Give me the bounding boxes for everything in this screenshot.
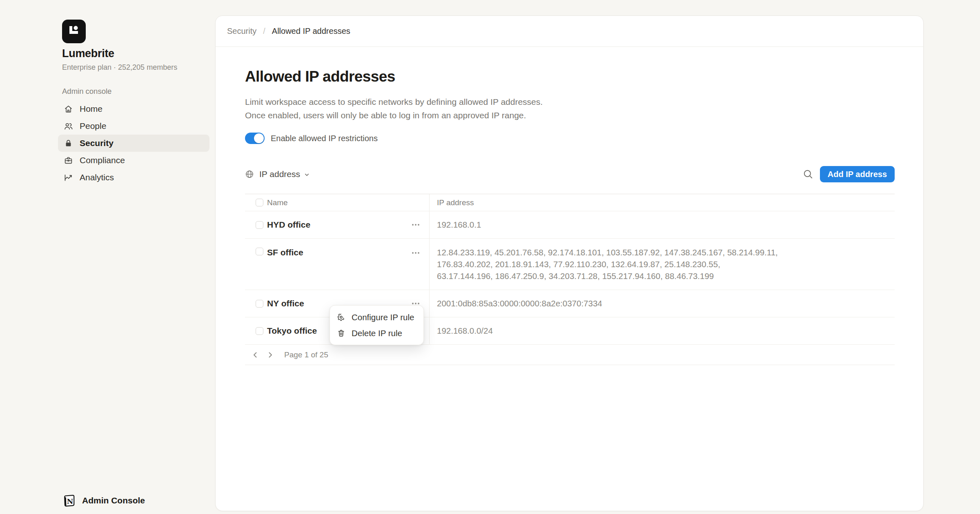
- rule-name: SF office: [267, 248, 303, 257]
- trash-icon: [337, 329, 345, 337]
- page-title: Allowed IP addresses: [245, 68, 895, 85]
- notion-logo-icon: N: [62, 494, 76, 507]
- chevron-right-icon[interactable]: [266, 350, 275, 359]
- gear-icon: [337, 313, 345, 321]
- chevron-left-icon[interactable]: [251, 350, 260, 359]
- select-all-checkbox[interactable]: [256, 199, 263, 206]
- page-description: Limit workspace access to specific netwo…: [245, 95, 895, 122]
- row-checkbox[interactable]: [256, 327, 263, 335]
- svg-text:N: N: [67, 497, 74, 505]
- people-icon: [64, 122, 73, 131]
- rule-name: Tokyo office: [267, 326, 317, 336]
- page-description-line2: Once enabled, users will only be able to…: [245, 109, 895, 122]
- sidebar: Lumebrite Enterprise plan · 252,205 memb…: [0, 0, 215, 514]
- home-icon: [64, 104, 73, 114]
- workspace-logo-icon[interactable]: [62, 20, 86, 43]
- workspace-name: Lumebrite: [62, 47, 114, 60]
- workspace-plan-info: Enterprise plan · 252,205 members: [62, 63, 177, 72]
- name-cell: SF office: [245, 239, 429, 290]
- sidebar-item-home[interactable]: Home: [58, 100, 209, 117]
- search-icon[interactable]: [803, 169, 813, 179]
- sidebar-item-label: People: [80, 121, 106, 131]
- table-toolbar: IP address Add IP address: [245, 165, 895, 183]
- page-indicator: Page 1 of 25: [284, 350, 328, 359]
- breadcrumb: Security / Allowed IP addresses: [216, 16, 923, 47]
- add-ip-address-button[interactable]: Add IP address: [820, 166, 895, 182]
- name-cell: HYD office: [245, 211, 429, 238]
- row-checkbox[interactable]: [256, 248, 263, 255]
- menu-item-delete-ip-rule[interactable]: Delete IP rule: [332, 325, 421, 341]
- sidebar-item-label: Security: [80, 138, 114, 148]
- ip-restrictions-toggle-row: Enable allowed IP restrictions: [245, 133, 895, 144]
- sidebar-item-analytics[interactable]: Analytics: [58, 169, 209, 186]
- sidebar-item-compliance[interactable]: Compliance: [58, 152, 209, 169]
- page-description-line1: Limit workspace access to specific netwo…: [245, 95, 895, 109]
- sidebar-nav: Home People Security: [58, 100, 209, 186]
- ip-list-line: 63.17.144.196, 186.47.250.9, 34.203.71.2…: [437, 270, 778, 282]
- name-header-cell: Name: [245, 194, 429, 211]
- breadcrumb-parent[interactable]: Security: [227, 27, 256, 36]
- ip-cell: 2001:0db8:85a3:0000:0000:8a2e:0370:7334: [429, 290, 895, 317]
- sidebar-item-label: Home: [80, 104, 102, 114]
- admin-console-footer-label: Admin Console: [82, 496, 145, 505]
- globe-icon: [245, 170, 254, 179]
- row-menu-icon[interactable]: [410, 248, 421, 258]
- toggle-knob: [254, 133, 264, 143]
- sidebar-item-people[interactable]: People: [58, 117, 209, 135]
- chart-icon: [64, 173, 73, 182]
- menu-item-configure-ip-rule[interactable]: Configure IP rule: [332, 309, 421, 325]
- breadcrumb-separator: /: [263, 27, 265, 36]
- sidebar-item-label: Analytics: [80, 173, 114, 182]
- rule-name: NY office: [267, 299, 304, 308]
- page-content: Allowed IP addresses Limit workspace acc…: [216, 68, 923, 365]
- admin-console-footer[interactable]: N Admin Console: [62, 494, 145, 507]
- menu-item-label: Delete IP rule: [352, 328, 402, 338]
- ip-column-header: IP address: [437, 198, 474, 207]
- ip-cell: 192.168.0.0/24: [429, 317, 895, 344]
- ip-list-line: 176.83.40.202, 201.18.91.143, 77.92.110.…: [437, 258, 778, 270]
- menu-item-label: Configure IP rule: [352, 312, 414, 322]
- sidebar-item-security[interactable]: Security: [58, 135, 209, 152]
- filter-label: IP address: [259, 169, 300, 179]
- table-header-row: Name IP address: [245, 194, 895, 211]
- chevron-down-icon: [304, 172, 310, 178]
- ip-cell: 192.168.0.1: [429, 211, 895, 238]
- ip-address-filter-dropdown[interactable]: IP address: [245, 169, 310, 179]
- breadcrumb-current: Allowed IP addresses: [272, 27, 350, 36]
- sidebar-item-label: Compliance: [80, 155, 125, 165]
- ip-header-cell: IP address: [429, 194, 895, 211]
- briefcase-icon: [64, 156, 73, 165]
- row-checkbox[interactable]: [256, 300, 263, 308]
- name-column-header: Name: [267, 198, 288, 207]
- sidebar-section-label: Admin console: [62, 87, 111, 96]
- table-row: SF office 12.84.233.119, 45.201.76.58, 9…: [245, 239, 895, 290]
- toggle-label: Enable allowed IP restrictions: [271, 134, 378, 143]
- table-row: HYD office 192.168.0.1: [245, 211, 895, 239]
- pagination: Page 1 of 25: [245, 345, 895, 365]
- row-menu-icon[interactable]: [410, 219, 421, 230]
- ip-list-line: 12.84.233.119, 45.201.76.58, 92.174.18.1…: [437, 246, 778, 258]
- rule-name: HYD office: [267, 220, 310, 230]
- row-checkbox[interactable]: [256, 221, 263, 229]
- lock-icon: [64, 139, 73, 148]
- row-context-menu: Configure IP rule Delete IP rule: [330, 305, 424, 345]
- ip-restrictions-toggle[interactable]: [245, 133, 265, 144]
- main-panel: Security / Allowed IP addresses Allowed …: [215, 16, 924, 511]
- ip-cell: 12.84.233.119, 45.201.76.58, 92.174.18.1…: [429, 239, 895, 290]
